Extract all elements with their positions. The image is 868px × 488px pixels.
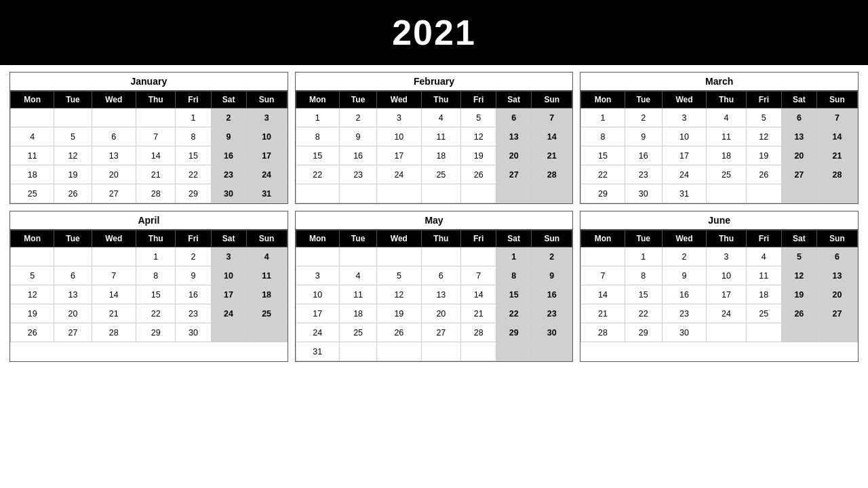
table-row: 1234567 bbox=[296, 108, 572, 127]
weekday-header: Sun bbox=[816, 92, 857, 108]
calendar-day: 9 bbox=[532, 266, 572, 285]
calendar-day: 24 bbox=[296, 323, 339, 342]
calendar-table: MonTueWedThuFriSatSun1234567891011121314… bbox=[580, 230, 858, 342]
weekday-header: Thu bbox=[707, 230, 747, 247]
calendar-table: MonTueWedThuFriSatSun1234567891011121314… bbox=[10, 91, 288, 203]
calendar-day bbox=[532, 184, 572, 203]
calendar-day bbox=[11, 247, 54, 266]
calendar-day bbox=[54, 108, 92, 127]
calendar-day bbox=[781, 323, 816, 342]
weekday-header: Mon bbox=[296, 230, 339, 247]
calendar-day: 11 bbox=[339, 285, 376, 304]
calendar-day bbox=[339, 342, 376, 361]
calendar-day: 15 bbox=[176, 146, 211, 165]
table-row: 891011121314 bbox=[296, 127, 572, 146]
calendar-day: 14 bbox=[136, 146, 176, 165]
weekday-header: Wed bbox=[92, 92, 136, 108]
weekday-header: Sun bbox=[816, 230, 857, 247]
calendar-day: 14 bbox=[816, 127, 857, 146]
calendar-day bbox=[421, 184, 461, 203]
calendar-day: 6 bbox=[496, 108, 532, 127]
calendar-day: 10 bbox=[377, 127, 421, 146]
calendar-day: 10 bbox=[246, 127, 287, 146]
weekday-header: Mon bbox=[11, 92, 54, 108]
calendar-day: 5 bbox=[377, 266, 421, 285]
month-calendar-march: MarchMonTueWedThuFriSatSun12345678910111… bbox=[580, 72, 859, 204]
calendar-day: 16 bbox=[176, 285, 211, 304]
table-row: 11121314151617 bbox=[11, 146, 288, 165]
calendar-table: MonTueWedThuFriSatSun1234567891011121314… bbox=[10, 230, 288, 342]
calendar-day: 27 bbox=[54, 323, 92, 342]
calendar-day: 3 bbox=[377, 108, 421, 127]
calendar-day bbox=[532, 342, 572, 361]
calendar-day: 11 bbox=[746, 266, 781, 285]
calendar-day: 2 bbox=[532, 247, 572, 266]
calendar-day bbox=[496, 184, 532, 203]
table-row: 31 bbox=[296, 342, 572, 361]
calendar-day: 15 bbox=[496, 285, 532, 304]
weekday-header: Fri bbox=[176, 230, 211, 247]
calendar-day: 10 bbox=[662, 127, 706, 146]
calendar-day bbox=[54, 247, 92, 266]
table-row: 45678910 bbox=[11, 127, 288, 146]
calendar-day bbox=[496, 342, 532, 361]
calendar-day: 31 bbox=[296, 342, 339, 361]
calendar-day: 12 bbox=[746, 127, 781, 146]
calendar-day: 21 bbox=[532, 146, 572, 165]
calendar-day: 22 bbox=[496, 304, 532, 323]
calendar-day: 1 bbox=[176, 108, 211, 127]
month-calendar-january: JanuaryMonTueWedThuFriSatSun123456789101… bbox=[9, 72, 288, 204]
calendar-day: 15 bbox=[625, 285, 662, 304]
calendar-day: 5 bbox=[781, 247, 816, 266]
calendar-day: 2 bbox=[211, 108, 246, 127]
table-row: 25262728293031 bbox=[11, 184, 288, 203]
calendar-day: 21 bbox=[92, 304, 136, 323]
weekday-header: Sat bbox=[781, 92, 816, 108]
calendar-day bbox=[707, 184, 747, 203]
weekday-header: Tue bbox=[339, 230, 376, 247]
calendar-day: 12 bbox=[11, 285, 54, 304]
calendar-day: 18 bbox=[11, 165, 54, 184]
calendar-day: 24 bbox=[377, 165, 421, 184]
calendar-day: 6 bbox=[816, 247, 857, 266]
calendar-day: 11 bbox=[246, 266, 287, 285]
calendar-day: 8 bbox=[625, 266, 662, 285]
calendar-day: 24 bbox=[211, 304, 246, 323]
table-row: 3456789 bbox=[296, 266, 572, 285]
weekday-header: Fri bbox=[746, 230, 781, 247]
calendar-day bbox=[421, 247, 461, 266]
calendar-day: 11 bbox=[11, 146, 54, 165]
calendar-day: 4 bbox=[339, 266, 376, 285]
calendar-day: 19 bbox=[746, 146, 781, 165]
calendar-day bbox=[461, 184, 496, 203]
weekday-header: Tue bbox=[625, 92, 662, 108]
calendar-day: 23 bbox=[211, 165, 246, 184]
calendar-day: 13 bbox=[92, 146, 136, 165]
table-row: 12 bbox=[296, 247, 572, 266]
table-row: 10111213141516 bbox=[296, 285, 572, 304]
weekday-header: Fri bbox=[176, 92, 211, 108]
calendar-day bbox=[11, 108, 54, 127]
calendar-day: 4 bbox=[11, 127, 54, 146]
weekday-header: Tue bbox=[339, 92, 376, 108]
calendar-day: 12 bbox=[54, 146, 92, 165]
calendar-day: 25 bbox=[339, 323, 376, 342]
calendar-day: 2 bbox=[625, 108, 662, 127]
calendar-day: 30 bbox=[625, 184, 662, 203]
weekday-header: Mon bbox=[581, 230, 625, 247]
calendar-day: 23 bbox=[532, 304, 572, 323]
calendar-day bbox=[707, 323, 747, 342]
calendar-day: 7 bbox=[136, 127, 176, 146]
table-row: 21222324252627 bbox=[581, 304, 858, 323]
calendar-day: 30 bbox=[532, 323, 572, 342]
calendar-day: 10 bbox=[296, 285, 339, 304]
calendar-day: 8 bbox=[581, 127, 625, 146]
table-row: 19202122232425 bbox=[11, 304, 288, 323]
calendar-day bbox=[92, 247, 136, 266]
calendar-day: 13 bbox=[816, 266, 857, 285]
month-calendar-may: MayMonTueWedThuFriSatSun1234567891011121… bbox=[295, 211, 574, 362]
table-row: 24252627282930 bbox=[296, 323, 572, 342]
month-title: February bbox=[296, 73, 573, 91]
calendar-day: 13 bbox=[781, 127, 816, 146]
table-row: 14151617181920 bbox=[581, 285, 858, 304]
